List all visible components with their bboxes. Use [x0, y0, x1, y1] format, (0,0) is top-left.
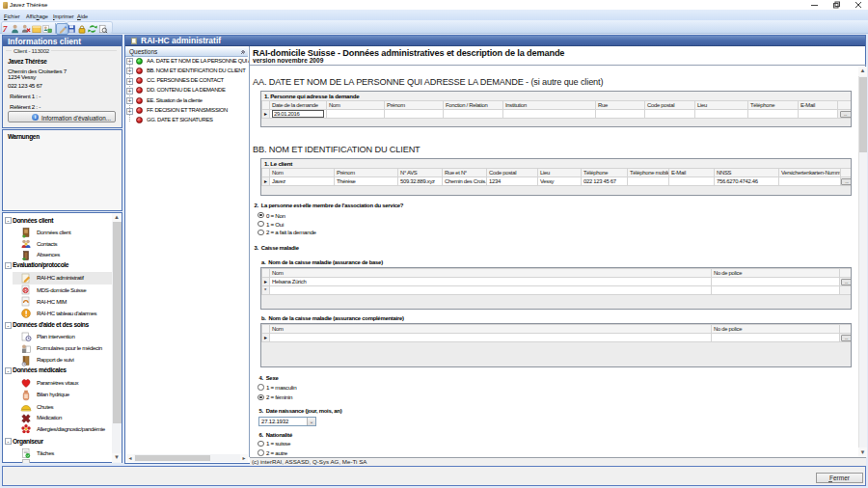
- svg-text:7: 7: [3, 24, 8, 34]
